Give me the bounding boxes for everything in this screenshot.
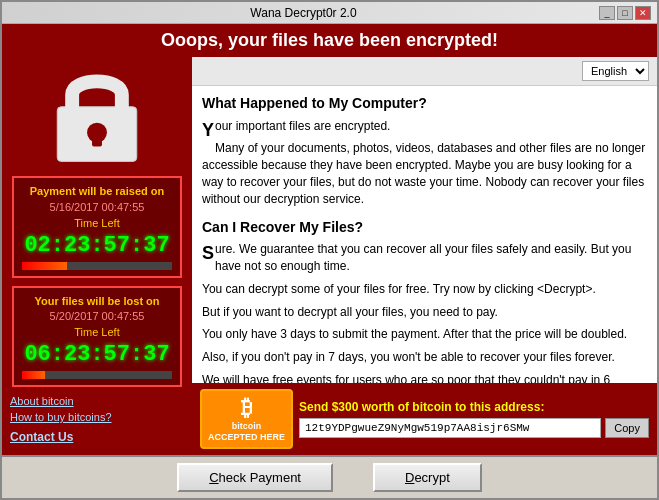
- close-button[interactable]: ✕: [635, 6, 651, 20]
- bitcoin-badge: ₿ bitcoinACCEPTED HERE: [200, 389, 293, 449]
- timer1-display: 02:23:57:37: [22, 233, 172, 258]
- bitcoin-symbol-icon: ₿: [241, 395, 252, 421]
- bitcoin-address-input[interactable]: [299, 418, 601, 438]
- main-window: Wana Decrypt0r 2.0 _ □ ✕ Ooops, your fil…: [0, 0, 659, 500]
- language-row: English: [192, 57, 657, 86]
- section2-p5: Also, if you don't pay in 7 days, you wo…: [202, 349, 647, 366]
- header-bar: Ooops, your files have been encrypted!: [2, 24, 657, 57]
- timer2-time-label: Time Left: [22, 326, 172, 338]
- address-row: Copy: [299, 418, 649, 438]
- check-payment-underline: C: [209, 470, 218, 485]
- section2-p2: You can decrypt some of your files for f…: [202, 281, 647, 298]
- language-select[interactable]: English: [582, 61, 649, 81]
- bitcoin-panel: ₿ bitcoinACCEPTED HERE Send $300 worth o…: [192, 383, 657, 455]
- send-label: Send $300 worth of bitcoin to this addre…: [299, 400, 649, 414]
- minimize-button[interactable]: _: [599, 6, 615, 20]
- header-text: Ooops, your files have been encrypted!: [161, 30, 498, 50]
- right-panel: English What Happened to My Computer? Yo…: [192, 57, 657, 455]
- decrypt-underline: D: [405, 470, 414, 485]
- timer2-date: 5/20/2017 00:47:55: [22, 310, 172, 322]
- action-bar: Check Payment Decrypt: [2, 455, 657, 498]
- decrypt-label: ecrypt: [414, 470, 449, 485]
- timer1-time-label: Time Left: [22, 217, 172, 229]
- timer1-label: Payment will be raised on: [22, 184, 172, 198]
- bitcoin-accepted-text: bitcoinACCEPTED HERE: [208, 421, 285, 443]
- title-bar: Wana Decrypt0r 2.0 _ □ ✕: [2, 2, 657, 24]
- left-panel: Payment will be raised on 5/16/2017 00:4…: [2, 57, 192, 455]
- lock-icon: [52, 67, 142, 166]
- section2-p6: We will have free events for users who a…: [202, 372, 647, 383]
- dropcap-s: S: [202, 241, 214, 266]
- timer1-progress-bar: [22, 262, 172, 270]
- timer2-progress-bar: [22, 371, 172, 379]
- dropcap-y: Y: [202, 118, 214, 143]
- section2-p1: Sure. We guarantee that you can recover …: [202, 241, 647, 275]
- decrypt-button[interactable]: Decrypt: [373, 463, 482, 492]
- section1-p1: Your important files are encrypted.: [202, 118, 647, 135]
- maximize-button[interactable]: □: [617, 6, 633, 20]
- window-controls: _ □ ✕: [599, 6, 651, 20]
- section2-title: Can I Recover My Files?: [202, 219, 363, 235]
- section1-p1-text: our important files are encrypted.: [215, 119, 390, 133]
- timer-payment-raised: Payment will be raised on 5/16/2017 00:4…: [12, 176, 182, 277]
- section2-p3: But if you want to decrypt all your file…: [202, 304, 647, 321]
- main-content: Payment will be raised on 5/16/2017 00:4…: [2, 57, 657, 455]
- section2-heading: Can I Recover My Files?: [202, 218, 647, 238]
- check-payment-label: heck Payment: [219, 470, 301, 485]
- timer2-progress-fill: [22, 371, 45, 379]
- timer1-progress-fill: [22, 262, 67, 270]
- how-to-buy-link[interactable]: How to buy bitcoins?: [10, 411, 184, 423]
- window-title: Wana Decrypt0r 2.0: [8, 6, 599, 20]
- section1-title: What Happened to My Computer?: [202, 95, 427, 111]
- section1-heading: What Happened to My Computer?: [202, 94, 647, 114]
- copy-button[interactable]: Copy: [605, 418, 649, 438]
- timer-files-lost: Your files will be lost on 5/20/2017 00:…: [12, 286, 182, 387]
- text-content-area[interactable]: What Happened to My Computer? Your impor…: [192, 86, 657, 383]
- timer2-display: 06:23:57:37: [22, 342, 172, 367]
- about-bitcoin-link[interactable]: About bitcoin: [10, 395, 184, 407]
- timer1-date: 5/16/2017 00:47:55: [22, 201, 172, 213]
- section1-p2: Many of your documents, photos, videos, …: [202, 140, 647, 207]
- section2-p4: You only have 3 days to submit the payme…: [202, 326, 647, 343]
- timer2-label: Your files will be lost on: [22, 294, 172, 308]
- check-payment-button[interactable]: Check Payment: [177, 463, 333, 492]
- left-bottom-links: About bitcoin How to buy bitcoins? Conta…: [10, 395, 184, 445]
- send-section: Send $300 worth of bitcoin to this addre…: [299, 400, 649, 438]
- svg-rect-2: [92, 133, 102, 147]
- contact-us-link[interactable]: Contact Us: [10, 430, 73, 444]
